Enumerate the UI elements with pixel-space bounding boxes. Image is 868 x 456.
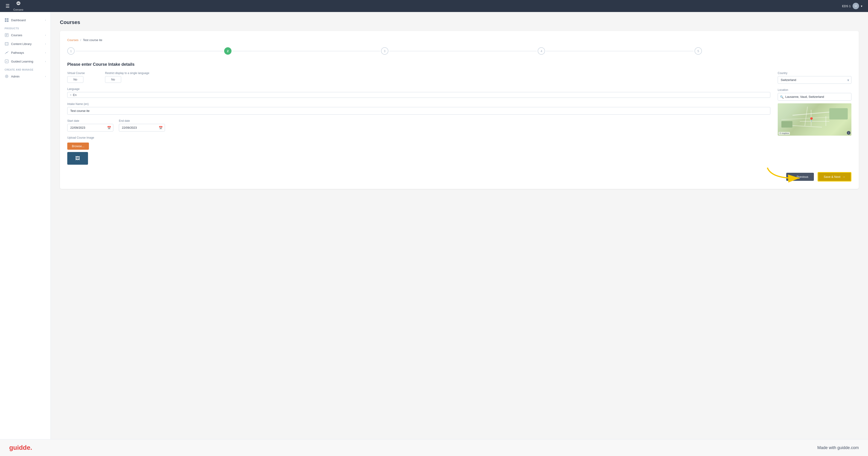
location-group: Location 🔍 <box>778 88 851 101</box>
start-date-input[interactable] <box>67 124 113 132</box>
start-date-group: Start date 📅 <box>67 119 113 132</box>
hamburger-icon[interactable]: ☰ <box>5 3 10 9</box>
lang-tag-text: En <box>73 93 77 97</box>
user-label: EDS 1 <box>842 4 851 8</box>
svg-point-14 <box>5 75 8 78</box>
courses-icon <box>5 33 9 37</box>
svg-rect-4 <box>7 20 8 22</box>
step-line-3 <box>389 51 537 51</box>
map-road-5 <box>826 116 826 126</box>
main-card: Courses / Test course ite 1 2 3 <box>60 31 859 189</box>
footer: guidde. Made with guidde.com <box>0 439 868 456</box>
country-select-wrapper: Switzerland France Germany United Kingdo… <box>778 76 851 84</box>
browse-button[interactable]: Browse... <box>67 143 89 150</box>
map-container: 📍 © mapbox i <box>778 103 851 136</box>
breadcrumb-courses-link[interactable]: Courses <box>67 38 78 42</box>
country-label: Country <box>778 72 851 75</box>
arrow-right-icon: → <box>842 175 845 178</box>
step-line-2 <box>232 51 380 51</box>
upload-group: Upload Course Image Browse... 🖼 <box>67 136 770 165</box>
pathways-icon <box>5 51 9 55</box>
step-circle-3: 3 <box>381 47 389 55</box>
sidebar-item-pathways[interactable]: Pathways › <box>0 48 51 57</box>
upload-area: Browse... 🖼 <box>67 143 770 165</box>
form-right-column: Country Switzerland France Germany Unite… <box>778 72 851 165</box>
page-title: Courses <box>60 19 859 25</box>
sidebar-item-guided-learning[interactable]: Guided Learning › <box>0 57 51 66</box>
step-line-1 <box>75 51 223 51</box>
sidebar-item-admin[interactable]: Admin › <box>0 72 51 81</box>
button-row: ← Previous Save & Next → <box>67 172 851 181</box>
arrow-left-icon: ← <box>792 175 795 178</box>
form-row-intake-name: Intake Name (en) <box>67 103 770 115</box>
dropdown-arrow-icon: ▾ <box>861 4 863 8</box>
sidebar-item-content-library[interactable]: Content Library › <box>0 39 51 48</box>
main-content: Courses Courses / Test course ite 1 2 <box>51 12 868 439</box>
step-2: 2 <box>224 47 381 55</box>
save-next-button[interactable]: Save & Next → <box>817 172 851 181</box>
products-section-label: PRODUCTS <box>0 24 51 31</box>
step-circle-1: 1 <box>67 47 75 55</box>
end-date-wrapper: 📅 <box>119 124 165 132</box>
map-road-2 <box>800 121 829 121</box>
dashboard-icon <box>5 18 9 22</box>
svg-point-12 <box>6 52 7 53</box>
guided-learning-icon <box>5 59 9 63</box>
intake-name-label: Intake Name (en) <box>67 103 770 106</box>
location-label: Location <box>778 88 851 91</box>
sidebar-item-courses[interactable]: Courses › <box>0 31 51 39</box>
footer-logo: guidde. <box>9 444 32 451</box>
intake-name-input[interactable] <box>67 107 770 115</box>
virtual-course-group: Virtual Course No <box>67 72 99 83</box>
language-tag[interactable]: × En <box>67 92 770 98</box>
user-menu[interactable]: EDS 1 U ▾ <box>842 3 863 9</box>
sidebar-courses-label: Courses <box>11 33 22 37</box>
country-select[interactable]: Switzerland France Germany United Kingdo… <box>778 76 851 84</box>
end-date-input[interactable] <box>119 124 165 132</box>
language-group: Language × En <box>67 87 770 98</box>
country-group: Country Switzerland France Germany Unite… <box>778 72 851 84</box>
search-icon: 🔍 <box>780 95 784 98</box>
location-input[interactable] <box>778 93 851 101</box>
sidebar-item-dashboard[interactable]: Dashboard › <box>0 16 51 24</box>
step-4: 4 <box>538 47 694 55</box>
logo: Censeo <box>13 1 24 11</box>
step-circle-5: 5 <box>694 47 702 55</box>
step-circle-4: 4 <box>538 47 545 55</box>
calendar-icon: 📅 <box>107 126 111 130</box>
map-info-button[interactable]: i <box>847 131 850 135</box>
topnav-left: ☰ Censeo <box>5 1 24 11</box>
sidebar-dashboard-label: Dashboard <box>11 19 26 22</box>
lang-remove-icon[interactable]: × <box>70 93 72 97</box>
map-pin-icon: 📍 <box>809 117 812 121</box>
step-3: 3 <box>381 47 538 55</box>
chevron-right-icon: › <box>45 43 46 45</box>
start-date-wrapper: 📅 <box>67 124 113 132</box>
form-row-1: Virtual Course No Restrict display to a … <box>67 72 770 83</box>
svg-rect-1 <box>5 18 6 20</box>
logo-text: Censeo <box>13 8 24 11</box>
logo-icon <box>15 1 22 8</box>
form-row-lang: Language × En <box>67 87 770 98</box>
end-date-label: End date <box>119 119 165 122</box>
calendar-icon-2: 📅 <box>159 126 163 130</box>
end-date-group: End date 📅 <box>119 119 165 132</box>
location-input-wrapper: 🔍 <box>778 93 851 101</box>
step-circle-2: 2 <box>224 47 231 55</box>
top-navigation: ☰ Censeo EDS 1 U ▾ <box>0 0 868 12</box>
breadcrumb-current: Test course ite <box>83 38 102 42</box>
create-manage-section-label: CREATE AND MANAGE <box>0 66 51 72</box>
sidebar: Dashboard › PRODUCTS Courses › <box>0 12 51 439</box>
chevron-right-icon: › <box>45 75 46 78</box>
upload-icon: 🖼 <box>75 156 80 161</box>
chevron-right-icon: › <box>45 19 46 22</box>
upload-preview: 🖼 <box>67 152 88 165</box>
step-line-4 <box>546 51 693 51</box>
upload-label: Upload Course Image <box>67 136 770 139</box>
virtual-course-toggle[interactable]: No <box>67 76 83 83</box>
restrict-lang-toggle[interactable]: No <box>105 76 121 83</box>
svg-rect-9 <box>5 42 8 45</box>
admin-icon <box>5 74 9 79</box>
svg-rect-2 <box>7 18 8 20</box>
previous-button[interactable]: ← Previous <box>786 173 814 181</box>
